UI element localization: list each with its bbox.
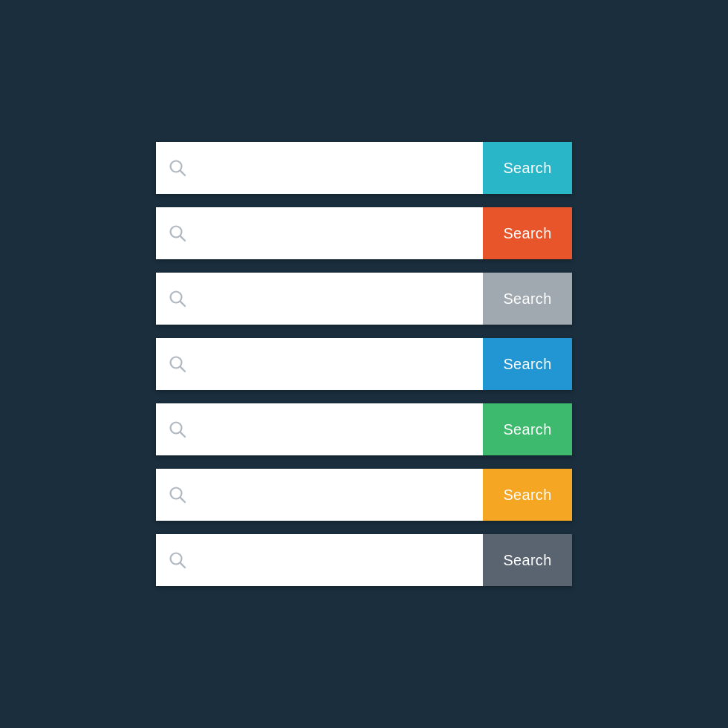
search-input-area-2 <box>156 207 483 259</box>
search-bar-6: Search <box>156 469 572 521</box>
search-input-field-3[interactable] <box>196 292 471 305</box>
search-input-area-5 <box>156 403 483 455</box>
search-button-6[interactable]: Search <box>483 469 572 521</box>
magnifier-icon-4 <box>168 354 187 374</box>
search-button-3[interactable]: Search <box>483 273 572 325</box>
svg-line-5 <box>181 302 185 306</box>
search-input-field-5[interactable] <box>196 423 471 436</box>
search-button-7[interactable]: Search <box>483 534 572 586</box>
magnifier-icon-5 <box>168 420 187 439</box>
svg-line-11 <box>181 498 185 502</box>
magnifier-icon-2 <box>168 224 187 243</box>
search-input-area-3 <box>156 273 483 325</box>
search-bar-4: Search <box>156 338 572 390</box>
search-input-field-6[interactable] <box>196 488 471 501</box>
search-button-1[interactable]: Search <box>483 142 572 194</box>
search-icon-7 <box>168 550 187 570</box>
magnifier-icon-3 <box>168 289 187 308</box>
search-bars-container: Search Search <box>156 142 572 586</box>
search-bar-2: Search <box>156 207 572 259</box>
search-input-field-7[interactable] <box>196 553 471 567</box>
search-button-4[interactable]: Search <box>483 338 572 390</box>
search-bar-5: Search <box>156 403 572 455</box>
svg-line-13 <box>181 563 185 568</box>
svg-line-1 <box>181 171 185 175</box>
search-input-field-2[interactable] <box>196 227 471 240</box>
search-icon-2 <box>168 224 187 243</box>
magnifier-icon-7 <box>168 550 187 570</box>
search-icon-4 <box>168 354 187 374</box>
magnifier-icon-6 <box>168 485 187 504</box>
svg-line-9 <box>181 432 185 437</box>
search-button-2[interactable]: Search <box>483 207 572 259</box>
magnifier-icon-1 <box>168 158 187 178</box>
search-icon-3 <box>168 289 187 308</box>
search-icon-5 <box>168 420 187 439</box>
svg-line-7 <box>181 367 185 371</box>
search-input-area-1 <box>156 142 483 194</box>
search-input-area-4 <box>156 338 483 390</box>
search-input-area-6 <box>156 469 483 521</box>
search-input-field-4[interactable] <box>196 357 471 371</box>
svg-line-3 <box>181 236 185 241</box>
search-bar-1: Search <box>156 142 572 194</box>
search-input-area-7 <box>156 534 483 586</box>
search-icon-1 <box>168 158 187 178</box>
search-button-5[interactable]: Search <box>483 403 572 455</box>
search-icon-6 <box>168 485 187 504</box>
search-bar-7: Search <box>156 534 572 586</box>
search-input-field-1[interactable] <box>196 161 471 175</box>
search-bar-3: Search <box>156 273 572 325</box>
